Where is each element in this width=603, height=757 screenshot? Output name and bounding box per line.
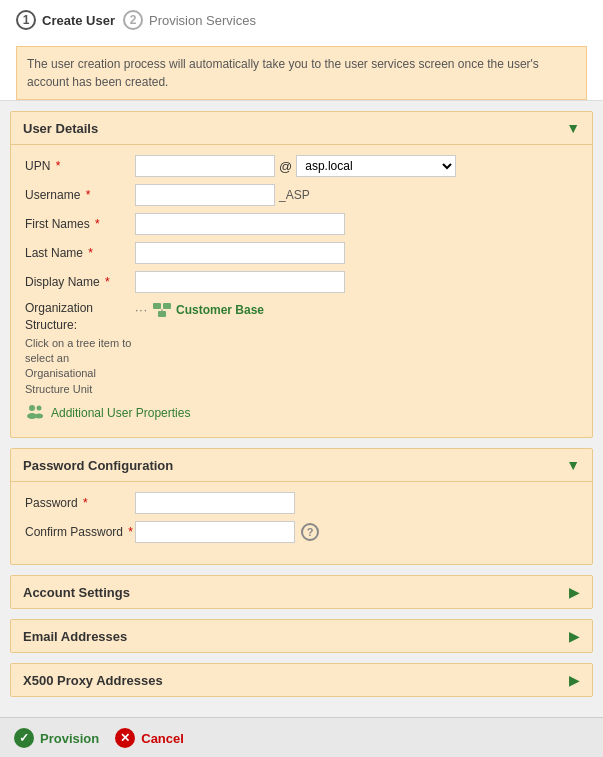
- customer-base-link[interactable]: Customer Base: [176, 303, 264, 317]
- svg-point-6: [37, 406, 42, 411]
- user-details-arrow-icon: ▼: [566, 120, 580, 136]
- provision-label: Provision: [40, 731, 99, 746]
- x500-proxy-title: X500 Proxy Addresses: [23, 673, 163, 688]
- tree-icon: [152, 302, 172, 318]
- account-settings-header[interactable]: Account Settings ▶: [11, 576, 592, 608]
- lastname-input[interactable]: [135, 242, 345, 264]
- people-icon: [25, 403, 45, 423]
- username-input[interactable]: [135, 184, 275, 206]
- org-structure-label: Organization Structure:: [25, 300, 135, 334]
- at-sign: @: [279, 159, 292, 174]
- confirm-password-input[interactable]: [135, 521, 295, 543]
- confirm-password-label: Confirm Password *: [25, 525, 135, 539]
- account-settings-panel: Account Settings ▶: [10, 575, 593, 609]
- upn-input-group: @ asp.local: [135, 155, 456, 177]
- step-1: 1 Create User: [16, 10, 115, 30]
- password-config-body: Password * Confirm Password * ?: [11, 481, 592, 564]
- password-config-arrow-icon: ▼: [566, 457, 580, 473]
- account-settings-arrow-icon: ▶: [569, 584, 580, 600]
- info-banner: The user creation process will automatic…: [16, 46, 587, 100]
- displayname-row: Display Name *: [25, 271, 578, 293]
- email-addresses-title: Email Addresses: [23, 629, 127, 644]
- upn-label: UPN *: [25, 159, 135, 173]
- firstname-label: First Names *: [25, 217, 135, 231]
- org-structure-row: Organization Structure: Click on a tree …: [25, 300, 578, 397]
- password-config-title: Password Configuration: [23, 458, 173, 473]
- svg-rect-1: [163, 303, 171, 309]
- user-details-body: UPN * @ asp.local Username * _ASP: [11, 144, 592, 437]
- upn-row: UPN * @ asp.local: [25, 155, 578, 177]
- user-details-title: User Details: [23, 121, 98, 136]
- password-config-header[interactable]: Password Configuration ▼: [11, 449, 592, 481]
- username-required: *: [82, 188, 90, 202]
- email-addresses-arrow-icon: ▶: [569, 628, 580, 644]
- cancel-x-icon: ✕: [115, 728, 135, 748]
- org-structure-desc: Click on a tree item to select an Organi…: [25, 336, 135, 398]
- firstname-required: *: [92, 217, 100, 231]
- step-2: 2Provision Services: [123, 10, 256, 30]
- additional-props-link[interactable]: Additional User Properties: [51, 406, 190, 420]
- wizard-steps: 1 Create User 2Provision Services: [16, 10, 587, 36]
- x500-proxy-arrow-icon: ▶: [569, 672, 580, 688]
- username-row: Username * _ASP: [25, 184, 578, 206]
- main-content: User Details ▼ UPN * @ asp.local: [0, 101, 603, 717]
- username-label: Username *: [25, 188, 135, 202]
- wizard-header: 1 Create User 2Provision Services The us…: [0, 0, 603, 101]
- svg-point-4: [29, 405, 35, 411]
- domain-select[interactable]: asp.local: [296, 155, 456, 177]
- displayname-label: Display Name *: [25, 275, 135, 289]
- displayname-input[interactable]: [135, 271, 345, 293]
- cancel-label: Cancel: [141, 731, 184, 746]
- provision-button[interactable]: ✓ Provision: [14, 728, 99, 748]
- x500-proxy-header[interactable]: X500 Proxy Addresses ▶: [11, 664, 592, 696]
- confirm-password-row: Confirm Password * ?: [25, 521, 578, 543]
- password-label: Password *: [25, 496, 135, 510]
- tree-dots: ···: [135, 303, 148, 317]
- password-required: *: [80, 496, 88, 510]
- lastname-row: Last Name *: [25, 242, 578, 264]
- displayname-required: *: [102, 275, 110, 289]
- upn-required: *: [52, 159, 60, 173]
- email-addresses-panel: Email Addresses ▶: [10, 619, 593, 653]
- step-1-label: Create User: [42, 13, 115, 28]
- upn-input[interactable]: [135, 155, 275, 177]
- svg-point-7: [35, 414, 43, 419]
- step-1-circle: 1: [16, 10, 36, 30]
- firstname-row: First Names *: [25, 213, 578, 235]
- firstname-input[interactable]: [135, 213, 345, 235]
- cancel-button[interactable]: ✕ Cancel: [115, 728, 184, 748]
- additional-props-row: Additional User Properties: [25, 403, 578, 423]
- password-input[interactable]: [135, 492, 295, 514]
- username-suffix: _ASP: [279, 188, 310, 202]
- footer-bar: ✓ Provision ✕ Cancel: [0, 717, 603, 757]
- org-tree-area: ··· Customer Base: [135, 302, 264, 318]
- help-icon[interactable]: ?: [301, 523, 319, 541]
- email-addresses-header[interactable]: Email Addresses ▶: [11, 620, 592, 652]
- x500-proxy-panel: X500 Proxy Addresses ▶: [10, 663, 593, 697]
- org-structure-label-block: Organization Structure: Click on a tree …: [25, 300, 135, 397]
- user-details-header[interactable]: User Details ▼: [11, 112, 592, 144]
- user-details-panel: User Details ▼ UPN * @ asp.local: [10, 111, 593, 438]
- svg-rect-2: [158, 311, 166, 317]
- lastname-required: *: [85, 246, 93, 260]
- password-row: Password *: [25, 492, 578, 514]
- lastname-label: Last Name *: [25, 246, 135, 260]
- password-config-panel: Password Configuration ▼ Password * Conf…: [10, 448, 593, 565]
- provision-check-icon: ✓: [14, 728, 34, 748]
- confirm-password-required: *: [125, 525, 133, 539]
- account-settings-title: Account Settings: [23, 585, 130, 600]
- svg-rect-0: [153, 303, 161, 309]
- info-banner-text: The user creation process will automatic…: [27, 57, 539, 89]
